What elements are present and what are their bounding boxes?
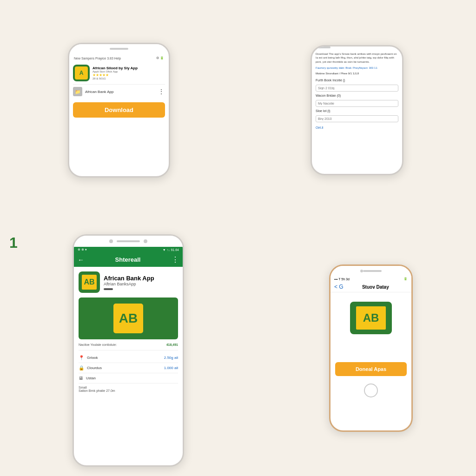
ps-store-title: Shtereall	[115, 256, 141, 263]
app-title-bl: African Bank App	[104, 275, 154, 282]
stat-label: Nacitoe Youtale contioluie:	[79, 343, 117, 346]
app-icon-br-inner: AB	[355, 305, 387, 331]
phone-top-left: New Sampers Prayice 3.83 Help ⚙ 🔋 A Afri…	[68, 43, 170, 178]
app-logo-large: AB	[112, 302, 145, 335]
field1-input[interactable]	[316, 85, 398, 92]
phone-top-right: Download The app's Sirsee bank arribes w…	[311, 45, 403, 175]
field1-label: Furth Book Incotie ()	[316, 79, 398, 82]
detail-row-1-label: Grlook	[87, 356, 98, 360]
back-icon-br[interactable]: < G	[334, 284, 344, 290]
form-submit-btn[interactable]: Oirt.ll	[316, 126, 398, 129]
african-bank-item: 📁 African Bank App ⋮	[73, 85, 165, 99]
location-icon: 📍	[79, 355, 84, 360]
download-button-br[interactable]: Doneal Apas	[335, 362, 407, 376]
bottom-left-cell: 1 ⊕ ⊗ ♦ ▼ ↑↓ 91.64 ← Shtereall ⋮ AB	[0, 220, 238, 476]
ps-header-bl: ← Shtereall ⋮	[74, 252, 183, 267]
stat-value: 418,491	[166, 343, 178, 346]
app-screenshot: AB	[79, 298, 178, 339]
app-listing-tl: A African Siloed by Sly App Appli Sion O…	[73, 62, 165, 85]
form-meta: Motime Strondtant / Phee 9/1 3,0,8	[316, 72, 398, 75]
app-sub-bl: Aftrian BanksApp	[104, 282, 154, 286]
lock-icon: 🔒	[79, 365, 84, 370]
detail-row-1-left: 📍 Grlook	[79, 355, 98, 360]
screen-icon: 🖥	[79, 376, 83, 381]
field3-input[interactable]	[316, 115, 398, 122]
small-label: Small	[79, 386, 178, 389]
home-button-br[interactable]	[364, 383, 378, 397]
status-icons: ⚙ 🔋	[156, 56, 164, 60]
field3-label: Sloe lot (l)	[316, 109, 398, 112]
status-bar-br: ••• T 5h 3d 🔋	[331, 276, 411, 282]
field2-input[interactable]	[316, 100, 398, 107]
carrier-br: ••• T 5h 3d	[334, 278, 350, 281]
app-icon-bl-inner: AB	[81, 274, 98, 291]
divider1	[79, 350, 178, 350]
time-bl: ⊕ ⊗ ♦	[78, 248, 86, 251]
african-bank-label: African Bank App	[85, 90, 113, 94]
stars-tl: ★★★★★	[93, 73, 165, 77]
status-bar-tl: New Sampers Prayice 3.83 Help ⚙ 🔋	[73, 56, 165, 60]
sensor-dot	[144, 239, 147, 243]
detail-row-3-left: 🖥 Ustan	[79, 376, 96, 381]
african-bank-item-left: 📁 African Bank App	[73, 87, 113, 96]
form-link[interactable]: Faurtory qunostity dakt: Brak: Pneyfieya…	[316, 66, 377, 69]
step-number: 1	[9, 234, 18, 251]
status-left: New Sampers Prayice 3.83 Help	[74, 57, 121, 60]
form-meta-text: Motime Strondtant / Phee 9/1 3,0,8	[316, 72, 359, 75]
app-icon-br: AB	[350, 302, 392, 334]
speaker-tl	[110, 48, 128, 50]
detail-row-3: 🖥 Ustan	[79, 373, 178, 383]
phone-top-bar-tl	[69, 44, 169, 53]
app-title-tl: African Siloed by Sly App	[93, 66, 165, 70]
menu-icon[interactable]: ⋮	[172, 255, 179, 264]
bottom-right-cell: → ••• T 5h 3d 🔋 < G Stuov Datay AB Donea…	[238, 220, 476, 476]
detail-row-2-left: 🔒 Clourdus	[79, 365, 102, 370]
detail-row-3-label: Ustan	[86, 376, 96, 380]
ios-nav-title: Stuov Datay	[344, 284, 408, 290]
folder-icon: 📁	[73, 87, 82, 96]
top-left-cell: New Sampers Prayice 3.83 Help ⚙ 🔋 A Afri…	[0, 0, 238, 220]
app-icon-inner-tl: A	[75, 66, 88, 79]
battery-br: 🔋	[403, 277, 408, 281]
phone-bottom-left: ⊕ ⊗ ♦ ▼ ↑↓ 91.64 ← Shtereall ⋮ AB Africa…	[73, 234, 184, 467]
phone-top-bar-br	[331, 266, 411, 276]
install-indicator	[104, 288, 113, 290]
status-icons-bl: ▼ ↑↓ 91.64	[163, 248, 179, 251]
field2-label: Wacon Bridan (0)	[316, 94, 398, 97]
detail-row-1: 📍 Grlook 2.50g all	[79, 353, 178, 363]
form-link-row: Faurtory qunostity dakt: Brak: Pneyfieya…	[316, 66, 398, 69]
app-icon-bl: AB	[79, 271, 100, 293]
detail-row-2: 🔒 Clourdus 1.000 all	[79, 363, 178, 373]
speaker-bl	[117, 240, 140, 242]
ios-nav-bar: < G Stuov Datay	[331, 282, 411, 292]
phone-bottom-right: ••• T 5h 3d 🔋 < G Stuov Datay AB Doneal …	[329, 264, 413, 432]
three-dots-icon[interactable]: ⋮	[158, 88, 165, 95]
speaker-br	[363, 270, 382, 272]
form-description: Download The app's Sirsee bank arribes w…	[316, 52, 398, 64]
small-text: Small Sation Brnk phatie 27.0m	[79, 386, 178, 392]
app-header-row: AB African Bank App Aftrian BanksApp	[79, 271, 178, 293]
rating-count-tl: 28 & 501G	[93, 77, 165, 80]
phone-top-bar-bl	[74, 236, 183, 247]
download-button[interactable]: Download	[73, 102, 165, 118]
top-right-cell: Download The app's Sirsee bank arribes w…	[238, 0, 476, 220]
app-info-bl: African Bank App Aftrian BanksApp	[104, 275, 154, 290]
small-sub: Sation Brnk phatie 27.0m	[79, 389, 178, 392]
app-info-tl: African Siloed by Sly App Appli Sion Ofi…	[93, 66, 165, 80]
back-arrow-icon[interactable]: ←	[78, 256, 84, 264]
camera-dot	[109, 239, 113, 243]
app-stats-row: Nacitoe Youtale contioluie: 418,491	[79, 343, 178, 346]
detail-row-1-value: 2.50g all	[164, 356, 178, 360]
detail-row-2-label: Clourdus	[87, 366, 102, 370]
app-icon-tl: A	[73, 65, 90, 81]
status-bar-bl: ⊕ ⊗ ♦ ▼ ↑↓ 91.64	[74, 247, 183, 252]
detail-row-2-value: 1.000 all	[164, 366, 178, 370]
